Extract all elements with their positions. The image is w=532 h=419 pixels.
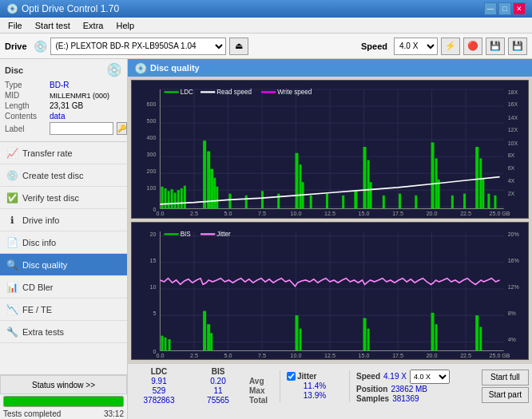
toolbar-btn-2[interactable]: 🔴 — [463, 38, 482, 55]
svg-rect-77 — [431, 142, 435, 208]
start-part-button[interactable]: Start part — [482, 387, 529, 403]
svg-text:LDC: LDC — [181, 87, 193, 95]
samples-header: Samples — [356, 394, 389, 403]
ldc-stats: LDC 9.91 529 3782863 — [131, 367, 187, 405]
title-bar-controls: — □ ✕ — [484, 2, 526, 15]
speed-value: 4.19 X — [383, 372, 407, 381]
sidebar-item-transfer-rate[interactable]: 📈 Transfer rate — [0, 142, 127, 164]
sidebar-item-disc-quality[interactable]: 🔍 Disc quality — [0, 254, 127, 276]
bottom-toolbar: LDC 9.91 529 3782863 BIS 0.20 11 75565 A… — [128, 363, 532, 419]
sidebar-item-verify-test-disc[interactable]: ✅ Verify test disc — [0, 187, 127, 209]
svg-text:10X: 10X — [508, 139, 518, 146]
svg-rect-48 — [164, 188, 166, 208]
sidebar-item-fe-te[interactable]: 📉 FE / TE — [0, 298, 127, 321]
svg-text:25.0 GB: 25.0 GB — [490, 351, 510, 358]
jitter-stats: Jitter 11.4% 13.9% — [287, 372, 343, 400]
speed-select-stats[interactable]: 4.0 X — [410, 370, 450, 384]
sidebar-label-drive-info: Drive info — [22, 215, 59, 225]
sidebar-item-cd-bler[interactable]: 📊 CD Bler — [0, 276, 127, 298]
svg-text:22.5: 22.5 — [460, 210, 471, 217]
sidebar-item-drive-info[interactable]: ℹ Drive info — [0, 209, 127, 231]
content-header: 💿 Disc quality — [128, 59, 532, 77]
max-label: Max — [249, 386, 264, 395]
jitter-checkbox[interactable] — [287, 372, 296, 381]
chart-ldc: 0 100 200 300 400 500 600 18X 16X 14X 12… — [131, 80, 529, 219]
menu-extra[interactable]: Extra — [78, 19, 109, 32]
content-header-title: Disc quality — [150, 63, 200, 73]
menu-start-test[interactable]: Start test — [30, 19, 75, 32]
toolbar-btn-4[interactable]: 💾 — [508, 38, 527, 55]
svg-rect-59 — [216, 187, 218, 209]
content-area: 💿 Disc quality — [128, 59, 532, 419]
svg-rect-85 — [487, 194, 490, 209]
svg-text:400: 400 — [147, 134, 157, 141]
svg-rect-73 — [370, 182, 372, 208]
status-window-button[interactable]: Status window >> — [0, 375, 127, 394]
svg-text:Jitter: Jitter — [216, 229, 231, 237]
divider-1 — [280, 370, 280, 402]
contents-value: data — [50, 112, 65, 121]
toolbar-btn-3[interactable]: 💾 — [486, 38, 505, 55]
svg-text:2.5: 2.5 — [190, 210, 198, 217]
app-icon: 💿 — [6, 3, 18, 14]
svg-rect-91 — [261, 91, 276, 93]
svg-rect-82 — [475, 147, 478, 208]
svg-text:500: 500 — [147, 117, 157, 125]
menu-bar: File Start test Extra Help — [0, 18, 532, 34]
row-labels: Avg Max Total — [249, 377, 273, 405]
start-full-button[interactable]: Start full — [482, 370, 529, 385]
label-edit-button[interactable]: 🔑 — [117, 122, 127, 135]
start-buttons: Start full Start part — [482, 370, 529, 403]
svg-rect-49 — [168, 191, 170, 208]
bis-avg: 0.20 — [190, 377, 246, 385]
minimize-button[interactable]: — — [484, 2, 497, 15]
svg-rect-53 — [181, 188, 183, 208]
menu-file[interactable]: File — [3, 19, 27, 32]
create-test-disc-icon: 💿 — [6, 170, 18, 181]
svg-rect-75 — [399, 194, 401, 209]
svg-text:15.0: 15.0 — [359, 351, 370, 358]
svg-rect-147 — [200, 233, 215, 235]
svg-text:20%: 20% — [508, 230, 520, 237]
ldc-avg: 9.91 — [131, 377, 187, 385]
toolbar-btn-1[interactable]: ⚡ — [441, 38, 460, 55]
svg-rect-58 — [213, 178, 216, 209]
svg-text:5: 5 — [153, 309, 156, 316]
position-value: 23862 MB — [391, 385, 427, 393]
svg-rect-51 — [174, 193, 177, 209]
svg-rect-86 — [494, 196, 496, 209]
svg-rect-89 — [200, 91, 215, 93]
svg-text:17.5: 17.5 — [392, 351, 403, 358]
disc-panel-icon: 💿 — [106, 62, 122, 77]
svg-rect-83 — [479, 158, 482, 208]
close-button[interactable]: ✕ — [513, 2, 526, 15]
maximize-button[interactable]: □ — [498, 2, 511, 15]
svg-text:20.0: 20.0 — [427, 210, 438, 217]
status-text-row: Tests completed 33:12 — [0, 409, 127, 419]
svg-rect-140 — [367, 328, 370, 350]
svg-text:600: 600 — [147, 101, 157, 108]
eject-button[interactable]: ⏏ — [229, 38, 248, 55]
svg-rect-71 — [363, 147, 367, 208]
speed-select[interactable]: 4.0 X2.0 X6.0 X8.0 X — [394, 38, 438, 55]
svg-rect-80 — [451, 196, 454, 209]
svg-rect-143 — [475, 315, 478, 350]
title-bar-title: 💿 Opti Drive Control 1.70 — [6, 3, 119, 14]
svg-rect-67 — [310, 196, 312, 209]
bis-total: 75565 — [190, 396, 246, 405]
label-input[interactable] — [50, 122, 113, 135]
disc-panel: Disc 💿 Type BD-R MID MILLENMR1 (000) Len… — [0, 59, 127, 142]
menu-help[interactable]: Help — [111, 19, 139, 32]
disc-panel-title: Disc — [5, 65, 23, 75]
divider-2 — [349, 370, 350, 402]
svg-text:200: 200 — [147, 168, 157, 175]
sidebar-item-extra-tests[interactable]: 🔧 Extra tests — [0, 321, 127, 343]
svg-text:2.5: 2.5 — [190, 351, 198, 358]
svg-rect-145 — [164, 233, 178, 235]
sidebar-item-create-test-disc[interactable]: 💿 Create test disc — [0, 164, 127, 187]
speed-label: Speed — [361, 42, 387, 51]
sidebar-item-disc-info[interactable]: 📄 Disc info — [0, 231, 127, 254]
disc-quality-icon: 🔍 — [6, 259, 18, 271]
drive-select[interactable]: (E:) PLEXTOR BD-R PX-LB950SA 1.04 — [50, 38, 226, 55]
svg-text:0.0: 0.0 — [157, 210, 165, 217]
